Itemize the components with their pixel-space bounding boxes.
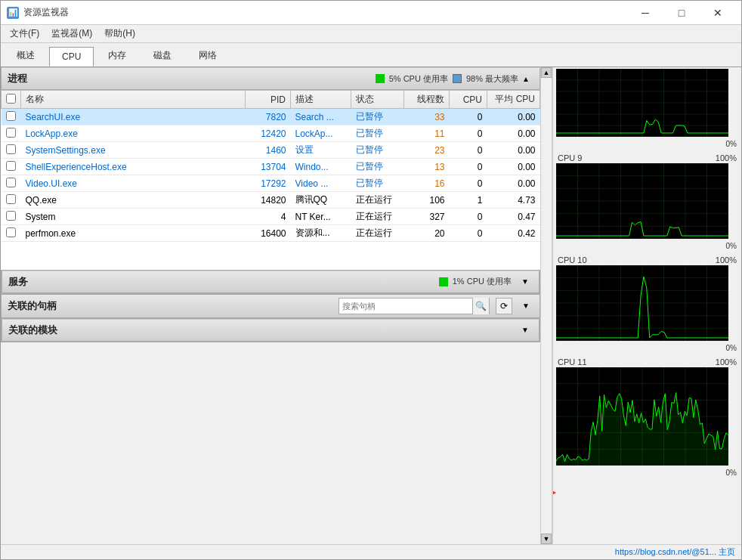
row-pid: 16400: [246, 225, 291, 242]
row-checkbox-cell[interactable]: [2, 225, 21, 242]
row-desc: LockAp...: [291, 125, 351, 142]
maximize-button[interactable]: □: [664, 2, 699, 24]
table-row[interactable]: Video.UI.exe 17292 Video ... 已暂停 16 0 0.…: [2, 175, 540, 192]
row-checkbox[interactable]: [6, 227, 16, 237]
col-pid[interactable]: PID: [246, 91, 291, 109]
cpu11-header: CPU 11 100%: [556, 356, 738, 367]
row-checkbox[interactable]: [6, 111, 16, 121]
row-pid: 17292: [246, 175, 291, 192]
select-all-checkbox[interactable]: [6, 94, 16, 104]
process-collapse-btn[interactable]: ▲: [518, 71, 533, 86]
modules-collapse-btn[interactable]: ▼: [518, 323, 533, 338]
process-info: 5% CPU 使用率 98% 最大频率: [376, 73, 518, 85]
row-checkbox-cell[interactable]: [2, 175, 21, 192]
table-row[interactable]: SystemSettings.exe 1460 设置 已暂停 23 0 0.00: [2, 142, 540, 159]
cpu8-pct: 0%: [556, 139, 738, 149]
col-avg-cpu[interactable]: 平均 CPU: [487, 91, 540, 109]
right-scroll[interactable]: 0% CPU 9 100% 0% CPU 10 100%: [553, 67, 741, 544]
row-avg-cpu: 0.00: [487, 159, 540, 175]
cpu10-pct-bottom: 0%: [556, 343, 738, 353]
tab-overview[interactable]: 概述: [4, 45, 48, 67]
menu-help[interactable]: 帮助(H): [98, 26, 141, 42]
row-pid: 1460: [246, 142, 291, 159]
table-row[interactable]: perfmon.exe 16400 资源和... 正在运行 20 0 0.42: [2, 225, 540, 242]
table-row[interactable]: QQ.exe 14820 腾讯QQ 正在运行 106 1 4.73: [2, 192, 540, 209]
search-input[interactable]: [339, 302, 472, 311]
col-checkbox[interactable]: [2, 91, 21, 109]
row-cpu: 0: [450, 175, 487, 192]
cpu10-container: CPU 10 100% 0%: [553, 252, 741, 354]
refresh-btn[interactable]: ⟳: [496, 298, 512, 314]
close-button[interactable]: ✕: [700, 2, 735, 24]
title-bar-left: 📊 资源监视器: [7, 6, 69, 19]
row-cpu: 1: [450, 192, 487, 209]
row-checkbox[interactable]: [6, 211, 16, 221]
row-cpu: 0: [450, 142, 487, 159]
cpu9-header: CPU 9 100%: [556, 152, 738, 163]
table-row[interactable]: System 4 NT Ker... 正在运行 327 0 0.47: [2, 209, 540, 225]
table-row[interactable]: ShellExperienceHost.exe 13704 Windo... 已…: [2, 159, 540, 175]
services-header[interactable]: 服务 1% CPU 使用率 ▼: [2, 271, 539, 293]
col-name[interactable]: 名称: [21, 91, 246, 109]
row-checkbox-cell[interactable]: [2, 209, 21, 225]
cpu9-graph: [556, 163, 728, 239]
row-pid: 13704: [246, 159, 291, 175]
handles-collapse-btn[interactable]: ▼: [518, 299, 533, 314]
services-collapse-btn[interactable]: ▼: [518, 274, 533, 289]
row-threads: 11: [404, 125, 450, 142]
tab-disk[interactable]: 磁盘: [141, 45, 184, 67]
row-checkbox[interactable]: [6, 128, 16, 138]
title-bar: 📊 资源监视器 ─ □ ✕: [1, 1, 741, 25]
left-spacer: [1, 342, 540, 545]
cpu9-pct: 100%: [716, 153, 737, 162]
cpu11-label: CPU 11: [558, 357, 587, 367]
left-scrollbar[interactable]: ▲ ▼: [540, 67, 552, 544]
row-checkbox[interactable]: [6, 144, 16, 154]
menu-monitor[interactable]: 监视器(M): [45, 26, 98, 42]
row-checkbox-cell[interactable]: [2, 109, 21, 125]
process-header[interactable]: 进程 5% CPU 使用率 98% 最大频率 ▲: [1, 67, 540, 90]
cpu10-header: CPU 10 100%: [556, 254, 738, 265]
services-section: 服务 1% CPU 使用率 ▼: [1, 270, 540, 294]
tab-cpu[interactable]: CPU: [49, 47, 94, 67]
status-bar: https://blog.csdn.net/@51... 主页: [1, 544, 741, 559]
minimize-button[interactable]: ─: [628, 2, 663, 24]
search-icon-btn[interactable]: 🔍: [472, 298, 489, 314]
row-checkbox[interactable]: [6, 194, 16, 204]
row-checkbox-cell[interactable]: [2, 142, 21, 159]
row-pid: 7820: [246, 109, 291, 125]
row-status: 正在运行: [351, 225, 404, 242]
table-header-row: 名称 PID 描述 状态 线程数 CPU 平均 CPU: [2, 91, 540, 109]
table-row[interactable]: SearchUI.exe 7820 Search ... 已暂停 33 0 0.…: [2, 109, 540, 125]
row-threads: 33: [404, 109, 450, 125]
col-status[interactable]: 状态: [351, 91, 404, 109]
row-checkbox-cell[interactable]: [2, 159, 21, 175]
table-row[interactable]: LockApp.exe 12420 LockAp... 已暂停 11 0 0.0…: [2, 125, 540, 142]
handles-title: 关联的句柄: [8, 299, 332, 313]
scroll-up-btn[interactable]: ▲: [541, 67, 552, 78]
cpu9-label: CPU 9: [558, 153, 582, 162]
search-box-container: 🔍: [339, 298, 490, 314]
row-desc: Windo...: [291, 159, 351, 175]
handles-section: 关联的句柄 🔍 ⟳ ▼: [1, 294, 540, 318]
tab-memory[interactable]: 内存: [95, 45, 139, 67]
cpu10-pct: 100%: [716, 255, 737, 265]
tab-network[interactable]: 网络: [186, 45, 230, 67]
menu-file[interactable]: 文件(F): [4, 26, 45, 42]
row-checkbox-cell[interactable]: [2, 192, 21, 209]
row-pid: 12420: [246, 125, 291, 142]
process-table-container[interactable]: 名称 PID 描述 状态 线程数 CPU 平均 CPU SearchUI.: [1, 90, 540, 270]
row-status: 已暂停: [351, 142, 404, 159]
row-checkbox[interactable]: [6, 178, 16, 187]
scroll-down-btn[interactable]: ▼: [541, 534, 552, 544]
col-threads[interactable]: 线程数: [404, 91, 450, 109]
col-desc[interactable]: 描述: [291, 91, 351, 109]
modules-header[interactable]: 关联的模块 ▼: [2, 319, 539, 342]
row-cpu: 0: [450, 109, 487, 125]
row-checkbox[interactable]: [6, 161, 16, 171]
services-info: 1% CPU 使用率: [439, 276, 512, 287]
col-cpu[interactable]: CPU: [450, 91, 487, 109]
row-checkbox-cell[interactable]: [2, 125, 21, 142]
app-icon: 📊: [7, 7, 19, 19]
main-window: 📊 资源监视器 ─ □ ✕ 文件(F) 监视器(M) 帮助(H) 概述 CPU …: [0, 0, 742, 560]
